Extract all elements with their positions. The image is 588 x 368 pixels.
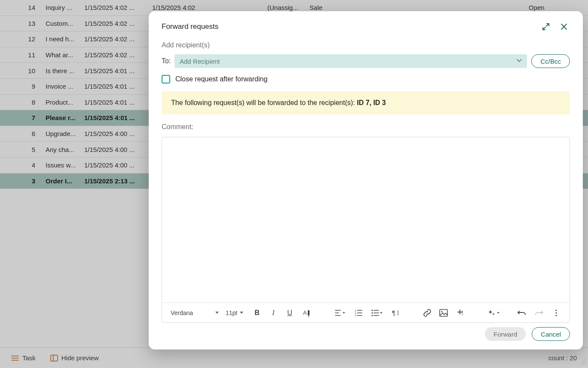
svg-point-31 — [398, 312, 398, 313]
svg-line-6 — [543, 27, 545, 30]
svg-rect-10 — [308, 310, 309, 315]
svg-point-23 — [371, 312, 373, 313]
chevron-down-icon[interactable] — [516, 57, 523, 65]
svg-point-39 — [462, 314, 463, 315]
editor-canvas[interactable] — [162, 137, 570, 303]
font-family-label: Verdana — [171, 309, 193, 316]
numbered-list-button[interactable]: 123 — [352, 306, 365, 319]
forward-info-ids: ID 7, ID 3 — [357, 99, 386, 106]
svg-text:3: 3 — [355, 315, 356, 316]
insert-button[interactable] — [453, 306, 466, 319]
modal-header: Forward requests — [149, 11, 583, 38]
text-color-button[interactable]: A — [300, 306, 312, 319]
bold-button[interactable]: B — [251, 306, 263, 319]
font-family-select[interactable]: Verdana — [169, 309, 220, 316]
resize-handle[interactable] — [578, 356, 587, 367]
svg-text:A: A — [303, 309, 307, 316]
expand-icon[interactable] — [540, 21, 552, 33]
add-recipients-heading: Add recipient(s) — [162, 41, 570, 49]
svg-point-32 — [398, 314, 398, 315]
forward-requests-modal: Forward requests Add recipient(s) To: Ad… — [149, 11, 583, 349]
svg-line-5 — [546, 24, 549, 26]
svg-point-45 — [555, 315, 557, 316]
forward-button[interactable]: Forward — [485, 327, 526, 341]
more-button[interactable] — [550, 306, 563, 319]
svg-point-43 — [555, 309, 557, 311]
svg-rect-33 — [440, 309, 447, 316]
svg-marker-11 — [308, 316, 309, 317]
close-after-label: Close request after forwarding — [175, 75, 267, 83]
forward-info-text: The following request(s) will be forward… — [171, 99, 357, 106]
editor-toolbar: Verdana 11pt B I U A 123 — [162, 303, 570, 322]
comment-editor: Verdana 11pt B I U A 123 — [162, 137, 570, 323]
modal-footer: Forward Cancel — [485, 327, 570, 341]
svg-line-48 — [585, 364, 586, 365]
svg-marker-15 — [343, 312, 345, 314]
svg-marker-40 — [488, 310, 493, 314]
cancel-button[interactable]: Cancel — [532, 327, 570, 341]
svg-point-34 — [441, 311, 442, 312]
svg-text:¶: ¶ — [392, 309, 395, 316]
ai-button[interactable] — [485, 306, 502, 319]
svg-marker-28 — [380, 312, 383, 314]
italic-button[interactable]: I — [267, 306, 280, 319]
svg-point-24 — [371, 315, 373, 316]
image-button[interactable] — [437, 306, 450, 319]
paragraph-button[interactable]: ¶ — [389, 306, 402, 319]
svg-point-44 — [555, 312, 557, 313]
comment-label: Comment: — [162, 123, 570, 131]
modal-title: Forward requests — [162, 22, 218, 31]
undo-button[interactable] — [515, 306, 528, 319]
svg-point-38 — [462, 312, 463, 313]
font-size-select[interactable]: 11pt — [224, 309, 247, 316]
svg-marker-41 — [492, 313, 495, 315]
to-label: To: — [162, 57, 170, 65]
align-button[interactable] — [331, 306, 349, 319]
font-size-label: 11pt — [226, 309, 237, 316]
close-icon[interactable] — [558, 21, 570, 33]
link-button[interactable] — [421, 306, 434, 319]
redo-button[interactable] — [533, 306, 545, 319]
close-after-checkbox[interactable] — [162, 75, 170, 83]
underline-button[interactable]: U — [283, 306, 296, 319]
bullet-list-button[interactable] — [368, 306, 386, 319]
ccbcc-button[interactable]: Cc/Bcc — [531, 54, 570, 68]
recipient-input[interactable]: Add Recipient — [175, 54, 527, 68]
svg-point-22 — [371, 309, 373, 311]
svg-point-30 — [398, 310, 398, 311]
svg-point-37 — [462, 311, 463, 312]
recipient-placeholder: Add Recipient — [180, 58, 220, 65]
forward-info-box: The following request(s) will be forward… — [162, 91, 570, 114]
svg-marker-42 — [497, 312, 499, 314]
